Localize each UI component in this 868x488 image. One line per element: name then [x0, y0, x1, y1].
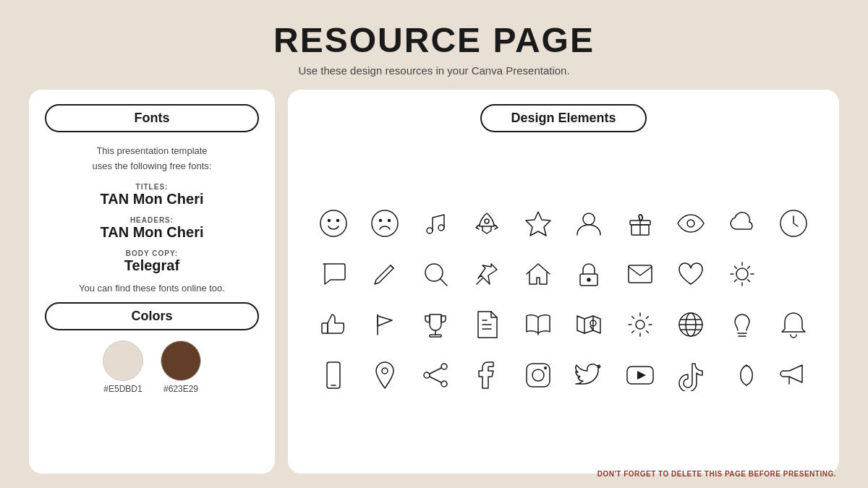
rocket-icon [463, 200, 511, 247]
spacer-1 [770, 250, 817, 298]
user-icon [565, 200, 613, 247]
pin-icon [463, 250, 511, 298]
facebook-icon [463, 351, 511, 399]
pencil-icon [361, 250, 409, 298]
font-entry-titles: TITLES: TAN Mon Cheri [45, 183, 259, 207]
font-label-body: BODY COPY: [45, 249, 259, 257]
color-swatches: #E5DBD1 #623E29 [45, 341, 259, 394]
page-subtitle: Use these design resources in your Canva… [298, 64, 569, 77]
tiktok-icon [667, 351, 715, 399]
icon-row-4 [308, 351, 819, 399]
font-name-headers: TAN Mon Cheri [45, 224, 259, 241]
icon-row-3 [308, 301, 819, 348]
map-icon [565, 301, 613, 348]
star-icon [514, 200, 562, 247]
left-panel: Fonts This presentation templateuses the… [29, 90, 275, 474]
svg-point-10 [583, 213, 595, 225]
page-title: RESOURCE PAGE [273, 20, 595, 60]
svg-rect-18 [629, 265, 652, 283]
color-swatch-2: #623E29 [161, 341, 201, 394]
smiley-icon [310, 200, 357, 247]
svg-point-2 [337, 220, 339, 222]
location-icon [361, 351, 409, 399]
thumbsup-icon [310, 301, 357, 348]
design-elements-header: Design Elements [480, 104, 646, 132]
svg-point-49 [441, 381, 447, 387]
fonts-description: This presentation templateuses the follo… [45, 144, 259, 174]
svg-point-4 [379, 220, 381, 222]
footer-note: DON'T FORGET TO DELETE THIS PAGE BEFORE … [597, 470, 836, 478]
youtube-icon [616, 351, 664, 399]
svg-point-19 [736, 268, 748, 280]
svg-point-3 [372, 210, 398, 236]
font-entry-body: BODY COPY: Telegraf [45, 249, 259, 274]
svg-rect-44 [327, 362, 340, 388]
svg-point-15 [425, 264, 443, 281]
font-label-headers: HEADERS: [45, 216, 259, 224]
svg-point-5 [388, 220, 390, 222]
svg-line-24 [735, 267, 737, 269]
svg-line-25 [748, 280, 750, 282]
fonts-header: Fonts [45, 104, 259, 132]
svg-point-8 [485, 219, 489, 223]
color-circle-2 [161, 341, 201, 381]
svg-point-48 [424, 372, 430, 378]
svg-marker-9 [526, 212, 550, 236]
svg-marker-56 [637, 371, 646, 380]
clock-icon [770, 200, 817, 247]
home-icon [514, 250, 562, 298]
flag-icon [361, 301, 409, 348]
globe-icon [667, 301, 715, 348]
megaphone-icon [770, 351, 817, 399]
bell-icon [770, 301, 817, 348]
svg-point-7 [438, 225, 444, 231]
heart-icon [667, 250, 715, 298]
search-icon [412, 250, 459, 298]
main-content: Fonts This presentation templateuses the… [29, 90, 839, 474]
book-icon [514, 301, 562, 348]
eye-icon [667, 200, 715, 247]
svg-point-13 [687, 220, 694, 227]
svg-point-0 [320, 210, 346, 236]
share-icon [412, 351, 459, 399]
lightbulb-icon [718, 301, 766, 348]
colors-section: Colors #E5DBD1 #623E29 [45, 302, 259, 394]
speech-bubble-icon [310, 250, 357, 298]
svg-point-1 [328, 220, 331, 222]
twitter-icon [565, 351, 613, 399]
lock-icon [565, 250, 613, 298]
color-hex-1: #E5DBD1 [103, 384, 142, 394]
instagram-icon [514, 351, 562, 399]
sad-icon [361, 200, 409, 247]
gift-icon [616, 200, 664, 247]
svg-line-51 [430, 377, 441, 382]
cloud-icon [718, 200, 766, 247]
color-hex-2: #623E29 [163, 384, 198, 394]
svg-line-50 [430, 368, 441, 374]
icon-row-1 [308, 200, 819, 247]
gear-icon [616, 301, 664, 348]
colors-header: Colors [45, 302, 259, 330]
icon-row-2 [308, 250, 819, 298]
icons-grid [308, 140, 819, 459]
moon-icon [718, 351, 766, 399]
svg-point-17 [587, 278, 590, 281]
document-icon [463, 301, 511, 348]
svg-point-53 [532, 369, 544, 381]
svg-point-47 [441, 364, 447, 369]
svg-point-54 [544, 367, 547, 369]
font-name-body: Telegraf [45, 257, 259, 274]
svg-point-6 [427, 228, 433, 234]
color-circle-1 [103, 341, 143, 381]
svg-line-26 [748, 267, 750, 269]
svg-point-46 [382, 368, 388, 374]
svg-point-38 [636, 320, 644, 329]
mobile-icon [310, 351, 357, 399]
color-swatch-1: #E5DBD1 [103, 341, 143, 394]
sun-icon [718, 250, 766, 298]
trophy-icon [412, 301, 459, 348]
svg-rect-30 [430, 335, 441, 337]
font-label-titles: TITLES: [45, 183, 259, 191]
svg-rect-28 [322, 323, 328, 333]
font-entry-headers: HEADERS: TAN Mon Cheri [45, 216, 259, 241]
